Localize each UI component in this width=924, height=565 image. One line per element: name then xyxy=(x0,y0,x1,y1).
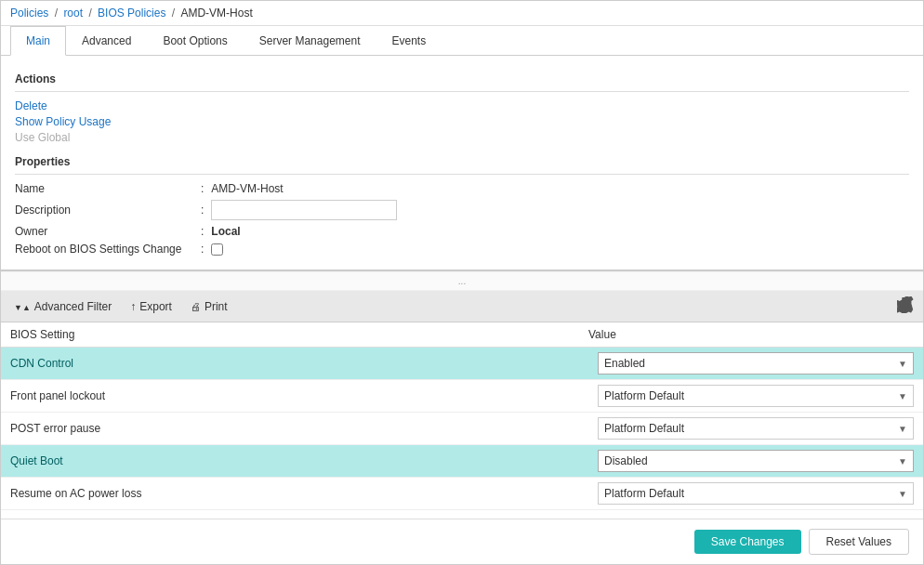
bios-value-select[interactable]: Platform Default▼ xyxy=(598,417,914,440)
chevron-down-icon: ▼ xyxy=(898,424,907,434)
bios-setting-name: Resume on AC power loss xyxy=(10,487,598,500)
select-value: Platform Default xyxy=(604,389,684,402)
select-box[interactable]: Platform Default▼ xyxy=(598,417,914,440)
bios-value-select[interactable]: Disabled▼ xyxy=(598,450,914,472)
bios-setting-name: Quiet Boot xyxy=(10,454,598,467)
prop-row-description: Description : xyxy=(15,200,909,220)
table-row: CDN ControlEnabled▼ xyxy=(1,348,923,380)
tab-main[interactable]: Main xyxy=(10,26,66,56)
table-row: Resume on AC power lossPlatform Default▼ xyxy=(1,478,923,510)
table-row: Front panel lockoutPlatform Default▼ xyxy=(1,380,923,413)
bios-value-select[interactable]: Platform Default▼ xyxy=(598,385,914,407)
prop-label-name: Name xyxy=(15,182,201,195)
col-header-setting: BIOS Setting xyxy=(10,328,588,341)
export-icon xyxy=(130,300,136,313)
advanced-filter-label: Advanced Filter xyxy=(34,300,112,313)
export-button[interactable]: Export xyxy=(126,298,176,315)
prop-label-reboot: Reboot on BIOS Settings Change xyxy=(15,243,201,256)
reset-values-button[interactable]: Reset Values xyxy=(809,529,909,555)
advanced-filter-button[interactable]: Advanced Filter xyxy=(10,298,115,315)
breadcrumb-policies[interactable]: Policies xyxy=(10,7,48,20)
footer: Save Changes Reset Values xyxy=(1,519,923,564)
tab-bar: Main Advanced Boot Options Server Manage… xyxy=(1,26,923,56)
select-box[interactable]: Disabled▼ xyxy=(598,450,914,472)
prop-row-reboot: Reboot on BIOS Settings Change : xyxy=(15,243,909,256)
export-label: Export xyxy=(139,300,172,313)
properties-header: Properties xyxy=(15,155,909,168)
chevron-down-icon: ▼ xyxy=(898,456,907,466)
bios-value-select[interactable]: Platform Default▼ xyxy=(598,482,914,505)
bios-value-select[interactable]: Enabled▼ xyxy=(598,352,914,374)
tab-server-management[interactable]: Server Management xyxy=(244,26,376,56)
breadcrumb-current: AMD-VM-Host xyxy=(180,7,252,20)
prop-value-name: AMD-VM-Host xyxy=(211,182,283,195)
breadcrumb-bios-policies[interactable]: BIOS Policies xyxy=(98,7,165,20)
tab-advanced[interactable]: Advanced xyxy=(66,26,147,56)
select-value: Disabled xyxy=(604,454,648,467)
select-value: Platform Default xyxy=(604,422,684,435)
actions-divider xyxy=(15,91,909,92)
select-value: Enabled xyxy=(604,357,645,370)
save-changes-button[interactable]: Save Changes xyxy=(694,530,801,554)
col-header-value: Value xyxy=(588,328,914,341)
properties-divider xyxy=(15,174,909,175)
prop-row-owner: Owner : Local xyxy=(15,225,909,238)
table-row: POST error pausePlatform Default▼ xyxy=(1,413,923,445)
bios-table-header: BIOS Setting Value xyxy=(1,322,923,348)
select-box[interactable]: Platform Default▼ xyxy=(598,385,914,407)
chevron-down-icon: ▼ xyxy=(898,489,907,499)
actions-header: Actions xyxy=(15,72,909,85)
show-policy-usage-action[interactable]: Show Policy Usage xyxy=(15,115,909,128)
prop-label-description: Description xyxy=(15,204,201,217)
delete-action[interactable]: Delete xyxy=(15,99,909,112)
select-value: Platform Default xyxy=(604,487,684,500)
bios-setting-name: POST error pause xyxy=(10,422,598,435)
top-section: Actions Delete Show Policy Usage Use Glo… xyxy=(1,56,923,271)
table-toolbar: Advanced Filter Export Print xyxy=(1,291,923,322)
tab-boot-options[interactable]: Boot Options xyxy=(147,26,243,56)
filter-icon xyxy=(14,300,31,313)
print-label: Print xyxy=(205,300,228,313)
reboot-checkbox[interactable] xyxy=(211,243,223,256)
select-box[interactable]: Enabled▼ xyxy=(598,352,914,374)
print-icon xyxy=(191,300,201,313)
prop-label-owner: Owner xyxy=(15,225,201,238)
select-box[interactable]: Platform Default▼ xyxy=(598,482,914,505)
table-row: Quiet BootDisabled▼ xyxy=(1,445,923,478)
breadcrumb: Policies / root / BIOS Policies / AMD-VM… xyxy=(1,1,923,26)
gear-button[interactable] xyxy=(897,296,914,316)
print-button[interactable]: Print xyxy=(187,298,231,315)
bios-setting-name: Front panel lockout xyxy=(10,389,598,402)
tab-events[interactable]: Events xyxy=(376,26,442,56)
bios-setting-name: CDN Control xyxy=(10,357,598,370)
description-input[interactable] xyxy=(211,200,397,220)
bios-table-section: Advanced Filter Export Print xyxy=(1,291,923,519)
use-global-action: Use Global xyxy=(15,131,909,144)
prop-value-owner: Local xyxy=(211,225,240,238)
prop-row-name: Name : AMD-VM-Host xyxy=(15,182,909,195)
bios-table-body: CDN ControlEnabled▼Front panel lockoutPl… xyxy=(1,348,923,519)
chevron-down-icon: ▼ xyxy=(898,391,907,401)
dots-separator: ... xyxy=(1,271,923,291)
chevron-down-icon: ▼ xyxy=(898,359,907,369)
breadcrumb-root[interactable]: root xyxy=(63,7,83,20)
